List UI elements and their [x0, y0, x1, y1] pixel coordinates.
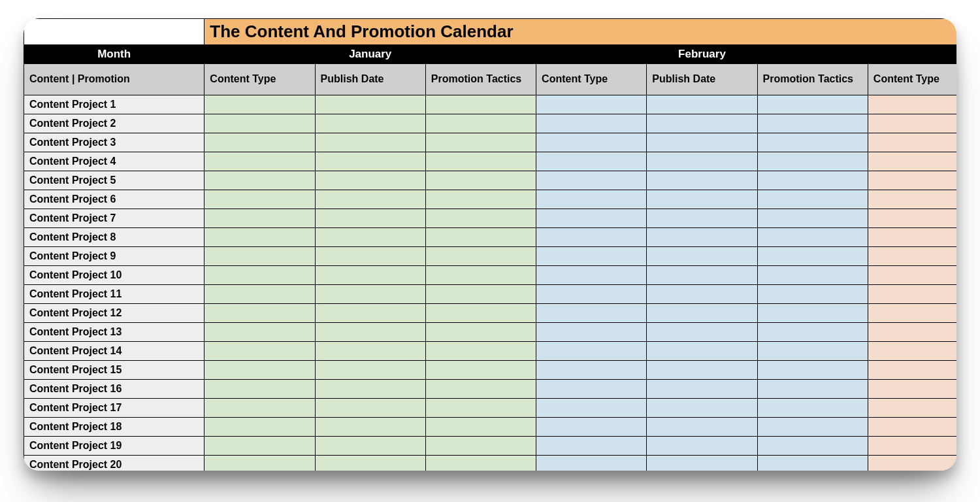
data-cell[interactable]: [425, 323, 536, 342]
data-cell[interactable]: [204, 209, 315, 228]
data-cell[interactable]: [536, 171, 647, 190]
data-cell[interactable]: [868, 418, 956, 437]
project-label[interactable]: Content Project 14: [24, 342, 204, 361]
data-cell[interactable]: [647, 323, 757, 342]
data-cell[interactable]: [647, 114, 757, 133]
project-label[interactable]: Content Project 2: [24, 114, 204, 133]
data-cell[interactable]: [647, 437, 757, 456]
data-cell[interactable]: [647, 95, 757, 114]
data-cell[interactable]: [868, 95, 956, 114]
data-cell[interactable]: [647, 342, 757, 361]
data-cell[interactable]: [536, 323, 647, 342]
data-cell[interactable]: [868, 361, 956, 380]
row-label-header[interactable]: Content | Promotion: [24, 64, 204, 95]
data-cell[interactable]: [315, 133, 425, 152]
project-label[interactable]: Content Project 1: [24, 95, 204, 114]
data-cell[interactable]: [536, 114, 647, 133]
data-cell[interactable]: [647, 190, 757, 209]
data-cell[interactable]: [757, 133, 868, 152]
data-cell[interactable]: [868, 304, 956, 323]
month-header-march[interactable]: [868, 45, 956, 64]
month-column-header[interactable]: Month: [24, 45, 204, 64]
data-cell[interactable]: [757, 342, 868, 361]
subcol-feb-content-type[interactable]: Content Type: [536, 64, 647, 95]
data-cell[interactable]: [868, 399, 956, 418]
data-cell[interactable]: [647, 171, 757, 190]
data-cell[interactable]: [204, 171, 315, 190]
data-cell[interactable]: [315, 323, 425, 342]
project-label[interactable]: Content Project 6: [24, 190, 204, 209]
data-cell[interactable]: [757, 361, 868, 380]
data-cell[interactable]: [425, 228, 536, 247]
data-cell[interactable]: [757, 323, 868, 342]
data-cell[interactable]: [536, 456, 647, 471]
data-cell[interactable]: [536, 304, 647, 323]
data-cell[interactable]: [425, 399, 536, 418]
data-cell[interactable]: [868, 152, 956, 171]
project-label[interactable]: Content Project 10: [24, 266, 204, 285]
data-cell[interactable]: [315, 456, 425, 471]
data-cell[interactable]: [647, 285, 757, 304]
project-label[interactable]: Content Project 8: [24, 228, 204, 247]
data-cell[interactable]: [868, 114, 956, 133]
data-cell[interactable]: [868, 285, 956, 304]
data-cell[interactable]: [536, 342, 647, 361]
data-cell[interactable]: [868, 456, 956, 471]
data-cell[interactable]: [204, 228, 315, 247]
data-cell[interactable]: [315, 342, 425, 361]
subcol-jan-content-type[interactable]: Content Type: [204, 64, 315, 95]
data-cell[interactable]: [204, 247, 315, 266]
data-cell[interactable]: [868, 323, 956, 342]
data-cell[interactable]: [315, 418, 425, 437]
data-cell[interactable]: [204, 361, 315, 380]
project-label[interactable]: Content Project 20: [24, 456, 204, 471]
data-cell[interactable]: [425, 418, 536, 437]
data-cell[interactable]: [204, 399, 315, 418]
project-label[interactable]: Content Project 7: [24, 209, 204, 228]
data-cell[interactable]: [425, 304, 536, 323]
project-label[interactable]: Content Project 11: [24, 285, 204, 304]
data-cell[interactable]: [425, 437, 536, 456]
data-cell[interactable]: [425, 361, 536, 380]
data-cell[interactable]: [536, 266, 647, 285]
data-cell[interactable]: [757, 266, 868, 285]
data-cell[interactable]: [868, 342, 956, 361]
data-cell[interactable]: [757, 380, 868, 399]
data-cell[interactable]: [425, 133, 536, 152]
data-cell[interactable]: [647, 304, 757, 323]
data-cell[interactable]: [536, 380, 647, 399]
data-cell[interactable]: [868, 380, 956, 399]
data-cell[interactable]: [647, 456, 757, 471]
data-cell[interactable]: [536, 361, 647, 380]
data-cell[interactable]: [315, 380, 425, 399]
data-cell[interactable]: [868, 171, 956, 190]
subcol-mar-content-type[interactable]: Content Type: [868, 64, 956, 95]
data-cell[interactable]: [647, 152, 757, 171]
project-label[interactable]: Content Project 3: [24, 133, 204, 152]
data-cell[interactable]: [425, 285, 536, 304]
data-cell[interactable]: [425, 247, 536, 266]
data-cell[interactable]: [647, 418, 757, 437]
data-cell[interactable]: [647, 228, 757, 247]
data-cell[interactable]: [315, 95, 425, 114]
data-cell[interactable]: [757, 114, 868, 133]
data-cell[interactable]: [757, 304, 868, 323]
project-label[interactable]: Content Project 4: [24, 152, 204, 171]
subcol-feb-promotion[interactable]: Promotion Tactics: [757, 64, 868, 95]
subcol-jan-promotion[interactable]: Promotion Tactics: [425, 64, 536, 95]
data-cell[interactable]: [757, 228, 868, 247]
data-cell[interactable]: [204, 418, 315, 437]
data-cell[interactable]: [425, 266, 536, 285]
data-cell[interactable]: [425, 171, 536, 190]
data-cell[interactable]: [647, 266, 757, 285]
project-label[interactable]: Content Project 17: [24, 399, 204, 418]
data-cell[interactable]: [757, 171, 868, 190]
data-cell[interactable]: [536, 152, 647, 171]
calendar-title[interactable]: The Content And Promotion Calendar: [204, 19, 956, 45]
data-cell[interactable]: [204, 266, 315, 285]
data-cell[interactable]: [536, 247, 647, 266]
data-cell[interactable]: [425, 114, 536, 133]
project-label[interactable]: Content Project 13: [24, 323, 204, 342]
data-cell[interactable]: [647, 361, 757, 380]
data-cell[interactable]: [647, 247, 757, 266]
